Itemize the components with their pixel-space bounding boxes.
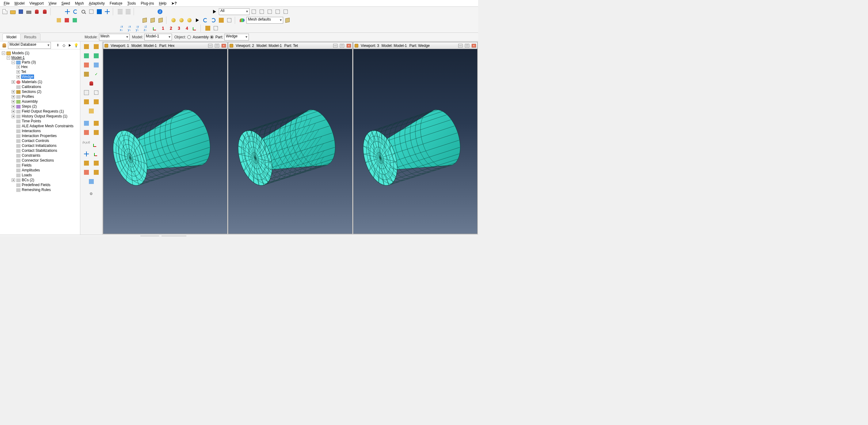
tree-bulb-button[interactable]: 💡 [73, 42, 79, 48]
minimize-button[interactable]: — [333, 44, 337, 48]
tree-expander[interactable]: − [7, 56, 10, 60]
list1-button[interactable] [117, 8, 124, 15]
tool-d3[interactable] [82, 159, 91, 167]
tree-item[interactable]: Loads [22, 173, 32, 177]
palette-button[interactable] [239, 17, 246, 24]
redo-view-button[interactable] [210, 17, 217, 24]
tree-part-hex[interactable]: Hex [21, 65, 28, 69]
iso-cube2-button[interactable] [149, 17, 156, 24]
view-1-button[interactable]: 1 [159, 25, 167, 32]
select-filter-dropdown[interactable]: All [219, 8, 249, 15]
maximize-button[interactable]: □ [340, 44, 344, 48]
viewport-titlebar[interactable]: Viewport: 2 Model: Model-1 Part: Tet — □… [228, 42, 352, 49]
tree-model-node[interactable]: Model-1 [11, 56, 25, 60]
rotate-button[interactable] [72, 8, 79, 15]
menu-tools[interactable]: Tools [125, 1, 138, 6]
tree-item[interactable]: ALE Adaptive Mesh Constraints [22, 124, 73, 128]
tree-filter-button[interactable]: ◇ [61, 42, 66, 48]
print-button[interactable] [25, 8, 32, 15]
tool-gear[interactable]: ⚙ [87, 190, 96, 198]
tool-d1[interactable] [82, 150, 91, 158]
csys-tool1-button[interactable] [204, 25, 212, 32]
sel-opt1-button[interactable] [250, 8, 257, 15]
tab-model[interactable]: Model [2, 33, 21, 40]
csys-zz-button[interactable]: ↓z z↓ [144, 25, 151, 32]
mesh-defaults-dropdown[interactable]: Mesh defaults [246, 17, 283, 24]
tree-item[interactable]: Constraints [22, 153, 40, 158]
object-assembly-radio[interactable] [187, 35, 191, 39]
tool-verify[interactable] [82, 70, 91, 78]
sel-opt3-button[interactable] [266, 8, 273, 15]
tree-part-tet[interactable]: Tet [21, 70, 26, 74]
arrows-button[interactable] [103, 8, 111, 15]
tree-expander[interactable]: + [12, 100, 15, 103]
menu-mesh[interactable]: Mesh [72, 1, 86, 6]
tool-seed-edge[interactable] [92, 42, 100, 51]
cube-drop-button[interactable] [284, 17, 291, 24]
object-part-radio[interactable] [210, 35, 214, 39]
save-button[interactable] [17, 8, 25, 15]
db-2-button[interactable] [41, 8, 49, 15]
tree-expander[interactable]: + [12, 80, 15, 84]
grid-button[interactable] [225, 17, 233, 24]
tool-copy[interactable] [82, 89, 91, 97]
close-button[interactable]: × [222, 44, 226, 48]
list2-button[interactable] [124, 8, 132, 15]
menu-seed[interactable]: Seed [59, 1, 72, 6]
menu-adaptivity[interactable]: Adaptivity [87, 1, 107, 6]
tool-p2[interactable] [92, 119, 100, 127]
tool-d6[interactable] [92, 168, 100, 176]
tool-d5[interactable] [82, 168, 91, 176]
minimize-button[interactable]: — [208, 44, 212, 48]
tree-item[interactable]: Contact Initializations [22, 144, 56, 148]
tree-item[interactable]: History Output Requests (1) [22, 114, 67, 118]
maximize-button[interactable]: □ [215, 44, 219, 48]
view-2-button[interactable]: 2 [167, 25, 175, 32]
tool-p3[interactable] [82, 128, 91, 136]
csys-xy-button[interactable]: ↓x y↓ [127, 25, 135, 32]
boxzoom-button[interactable] [88, 8, 95, 15]
tree-expander[interactable]: + [12, 90, 15, 93]
tool-seed-part[interactable] [82, 42, 91, 51]
tree-root[interactable]: Models (1) [12, 51, 29, 55]
close-button[interactable]: × [347, 44, 351, 48]
tree-expander[interactable]: − [12, 61, 15, 64]
tool-d2[interactable] [92, 150, 100, 158]
menu-model[interactable]: Model [12, 1, 27, 6]
tree-item[interactable]: Field Output Requests (1) [22, 109, 64, 114]
render-hidden-button[interactable] [63, 17, 70, 24]
cursor2-button[interactable] [194, 17, 201, 24]
viewport-titlebar[interactable]: Viewport: 3 Model: Model-1 Part: Wedge —… [353, 42, 477, 49]
minimize-button[interactable]: — [458, 44, 463, 48]
menu-viewport[interactable]: Viewport [27, 1, 46, 6]
view-4-button[interactable]: 4 [183, 25, 191, 32]
fit-button[interactable] [96, 8, 103, 15]
zoom-button[interactable] [80, 8, 87, 15]
layers-button[interactable] [218, 17, 225, 24]
csys-tool2-button[interactable] [212, 25, 219, 32]
maximize-button[interactable]: □ [465, 44, 469, 48]
tool-assign-controls[interactable] [82, 61, 91, 69]
tab-results[interactable]: Results [20, 33, 40, 40]
tree-item[interactable]: Sections (2) [22, 90, 41, 94]
tool-mesh-region[interactable] [92, 52, 100, 60]
csys-axis2-button[interactable] [191, 25, 198, 32]
render-shaded-button[interactable] [71, 17, 79, 24]
tool-p1[interactable] [82, 119, 91, 127]
csys-xx-button[interactable]: ↓x x↓ [120, 25, 127, 32]
cursor-button[interactable] [211, 8, 218, 15]
sel-opt2-button[interactable] [258, 8, 266, 15]
whats-this-icon[interactable]: ➤? [171, 1, 177, 5]
tree-item[interactable]: Materials (1) [22, 80, 42, 84]
tree-expander[interactable]: + [12, 115, 15, 118]
menu-help[interactable]: Help [157, 1, 169, 6]
tree-item[interactable]: Interaction Properties [22, 134, 57, 138]
tree-cursor-button[interactable] [67, 42, 73, 48]
view-3-button[interactable]: 3 [175, 25, 183, 32]
tree-item[interactable]: Profiles [22, 94, 34, 99]
tree-item[interactable]: Time Points [22, 119, 41, 123]
tool-d7[interactable] [87, 178, 96, 185]
tool-d4[interactable] [92, 159, 100, 167]
sel-opt4-button[interactable] [274, 8, 281, 15]
part-dropdown[interactable]: Wedge [224, 34, 249, 40]
